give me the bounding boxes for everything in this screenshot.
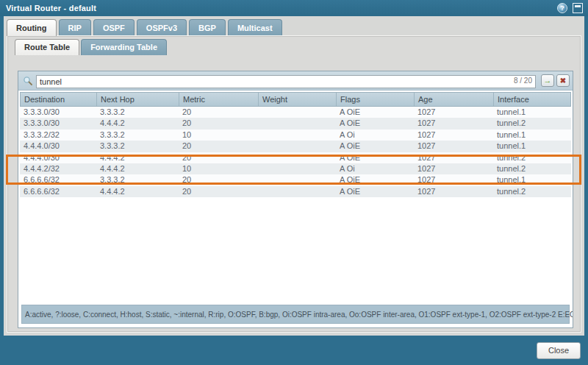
- subtab-route-table[interactable]: Route Table: [15, 39, 79, 55]
- dialog-footer: Close: [0, 336, 588, 365]
- cell-age: 1027: [414, 107, 493, 118]
- search-go-button[interactable]: →: [541, 74, 554, 87]
- search-box: 8 / 20: [36, 74, 536, 88]
- route-table: DestinationNext HopMetricWeightFlagsAgeI…: [18, 91, 573, 327]
- table-row-6[interactable]: 4.4.4.2/324.4.4.210A Oi1027tunnel.2: [20, 163, 571, 174]
- dialog-titlebar: Virtual Router - default ?: [0, 0, 588, 16]
- cell-destination: 3.3.3.2/32: [20, 130, 96, 141]
- table-row-5[interactable]: 4.4.4.0/304.4.4.220A OiE1027tunnel.2: [20, 152, 571, 163]
- flags-legend-bar: A:active, ?:loose, C:connect, H:host, S:…: [21, 305, 570, 324]
- column-header-metric[interactable]: Metric: [179, 93, 259, 106]
- column-header-interface[interactable]: Interface: [494, 93, 570, 106]
- tab-routing[interactable]: Routing: [7, 19, 57, 36]
- route-table-panel: 8 / 20 → ✖ DestinationNext HopMetricWeig…: [18, 71, 573, 328]
- table-row-4[interactable]: 4.4.4.0/303.3.3.220A OiE1027tunnel.1: [20, 141, 571, 152]
- table-row-8[interactable]: 6.6.6.6/324.4.4.220A OiE1027tunnel.2: [20, 186, 571, 197]
- cell-destination: 4.4.4.2/32: [20, 163, 96, 174]
- cell-weight: [258, 152, 336, 163]
- cell-age: 1027: [414, 130, 493, 141]
- cell-metric: 20: [179, 118, 258, 129]
- table-row-2[interactable]: 3.3.3.0/304.4.4.220A OiE1027tunnel.2: [20, 118, 571, 129]
- cell-weight: [258, 141, 336, 152]
- flags-legend-text: A:active, ?:loose, C:connect, H:host, S:…: [22, 311, 573, 319]
- tab-rip[interactable]: RIP: [59, 19, 91, 36]
- cell-destination: 6.6.6.6/32: [20, 174, 96, 185]
- cell-destination: 4.4.4.0/30: [20, 152, 96, 163]
- cell-destination: 6.6.6.6/32: [20, 186, 96, 197]
- cell-next-hop: 3.3.3.2: [96, 130, 179, 141]
- cell-destination: 3.3.3.0/30: [20, 118, 96, 129]
- cell-next-hop: 4.4.4.2: [96, 186, 179, 197]
- cell-age: 1027: [414, 152, 493, 163]
- cell-flags: A Oi: [336, 130, 414, 141]
- cell-age: 1027: [414, 186, 493, 197]
- cell-interface: tunnel.1: [493, 174, 571, 185]
- cell-flags: A OiE: [336, 107, 414, 118]
- cell-metric: 20: [179, 186, 258, 197]
- virtual-router-dialog: Virtual Router - default ? RoutingRIPOSP…: [0, 0, 588, 365]
- cell-metric: 10: [179, 130, 258, 141]
- cell-flags: A OiE: [336, 186, 414, 197]
- routing-tab-panel: Route TableForwarding Table 8 / 20 → ✖: [7, 35, 581, 333]
- column-header-weight[interactable]: Weight: [259, 93, 337, 106]
- cell-age: 1027: [414, 174, 493, 185]
- cell-weight: [258, 118, 336, 129]
- cell-metric: 20: [179, 174, 258, 185]
- cell-metric: 20: [179, 141, 258, 152]
- cell-next-hop: 3.3.3.2: [96, 174, 179, 185]
- cell-next-hop: 3.3.3.2: [96, 107, 179, 118]
- column-header-next-hop[interactable]: Next Hop: [97, 93, 179, 106]
- cell-weight: [258, 130, 336, 141]
- help-icon[interactable]: ?: [557, 3, 567, 13]
- tab-bgp[interactable]: BGP: [189, 19, 226, 36]
- main-tabs: RoutingRIPOSPFOSPFv3BGPMulticast: [7, 19, 284, 36]
- search-toolbar: 8 / 20 → ✖: [18, 71, 573, 91]
- table-body: 3.3.3.0/303.3.3.220A OiE1027tunnel.13.3.…: [20, 107, 571, 197]
- cell-next-hop: 4.4.4.2: [96, 118, 179, 129]
- cell-age: 1027: [414, 163, 493, 174]
- subtab-forwarding-table[interactable]: Forwarding Table: [81, 39, 167, 55]
- cell-flags: A OiE: [336, 152, 414, 163]
- cell-interface: tunnel.2: [493, 118, 571, 129]
- column-header-flags[interactable]: Flags: [337, 93, 415, 106]
- cell-metric: 10: [179, 163, 258, 174]
- cell-interface: tunnel.2: [493, 186, 571, 197]
- cell-metric: 20: [179, 152, 258, 163]
- window-icon[interactable]: [573, 3, 583, 13]
- cell-destination: 3.3.3.0/30: [20, 107, 96, 118]
- cell-destination: 4.4.4.0/30: [20, 141, 96, 152]
- cell-interface: tunnel.1: [493, 141, 571, 152]
- cell-interface: tunnel.2: [493, 152, 571, 163]
- cell-weight: [258, 163, 336, 174]
- search-clear-button[interactable]: ✖: [556, 74, 570, 87]
- cell-next-hop: 3.3.3.2: [96, 141, 179, 152]
- cell-next-hop: 4.4.4.2: [96, 163, 179, 174]
- close-button[interactable]: Close: [537, 342, 581, 359]
- cell-next-hop: 4.4.4.2: [96, 152, 179, 163]
- cell-age: 1027: [414, 141, 493, 152]
- column-header-destination[interactable]: Destination: [21, 93, 97, 106]
- table-row-1[interactable]: 3.3.3.0/303.3.3.220A OiE1027tunnel.1: [20, 107, 571, 118]
- cell-weight: [258, 174, 336, 185]
- cell-weight: [258, 186, 336, 197]
- cell-interface: tunnel.1: [493, 130, 571, 141]
- table-header-row: DestinationNext HopMetricWeightFlagsAgeI…: [20, 92, 571, 107]
- cell-interface: tunnel.1: [493, 107, 571, 118]
- column-header-age[interactable]: Age: [415, 93, 494, 106]
- table-row-7[interactable]: 6.6.6.6/323.3.3.220A OiE1027tunnel.1: [20, 174, 571, 185]
- search-input[interactable]: [36, 75, 536, 88]
- dialog-title: Virtual Router - default: [0, 4, 96, 13]
- cell-weight: [258, 107, 336, 118]
- sub-tabs: Route TableForwarding Table: [15, 39, 168, 55]
- cell-metric: 20: [179, 107, 258, 118]
- cell-flags: A OiE: [336, 174, 414, 185]
- cell-flags: A OiE: [336, 141, 414, 152]
- cell-flags: A Oi: [336, 163, 414, 174]
- dialog-content: RoutingRIPOSPFOSPFv3BGPMulticast Route T…: [4, 16, 584, 336]
- tab-multicast[interactable]: Multicast: [228, 19, 282, 36]
- cell-interface: tunnel.2: [493, 163, 571, 174]
- table-row-3[interactable]: 3.3.3.2/323.3.3.210A Oi1027tunnel.1: [20, 130, 571, 141]
- cell-flags: A OiE: [336, 118, 414, 129]
- tab-ospfv3[interactable]: OSPFv3: [137, 19, 187, 36]
- tab-ospf[interactable]: OSPF: [93, 19, 135, 36]
